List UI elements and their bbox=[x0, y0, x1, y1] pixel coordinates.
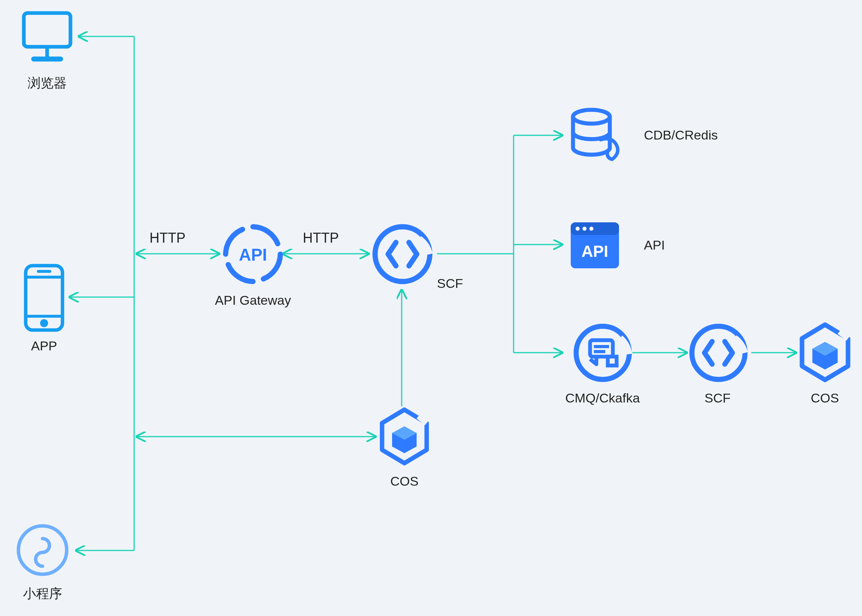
node-cdb bbox=[564, 105, 626, 166]
node-miniprogram: 小程序 bbox=[14, 521, 71, 603]
svg-text:API: API bbox=[239, 245, 267, 264]
svg-rect-15 bbox=[24, 13, 71, 47]
svg-point-21 bbox=[40, 319, 48, 327]
scf-icon bbox=[687, 321, 750, 384]
database-icon bbox=[566, 105, 624, 165]
node-miniprogram-label: 小程序 bbox=[14, 585, 71, 603]
node-cmq: CMQ/Ckafka bbox=[564, 321, 641, 406]
node-cos: COS bbox=[374, 406, 435, 489]
monitor-icon bbox=[16, 7, 78, 68]
node-api-gateway: API API Gateway bbox=[215, 222, 291, 308]
node-app-label: APP bbox=[19, 338, 69, 353]
api-gateway-icon: API bbox=[220, 222, 286, 287]
node-browser-label: 浏览器 bbox=[15, 74, 80, 92]
node-api-label: API bbox=[644, 238, 665, 253]
node-api: API bbox=[564, 217, 626, 276]
svg-text:API: API bbox=[581, 242, 608, 260]
connection-layer bbox=[0, 0, 862, 616]
node-scf bbox=[368, 222, 437, 288]
miniprogram-icon bbox=[14, 521, 71, 579]
node-scf2: SCF bbox=[687, 321, 748, 406]
node-cdb-label: CDB/CRedis bbox=[644, 128, 718, 143]
edge-http2-label: HTTP bbox=[303, 230, 339, 246]
node-cos-label: COS bbox=[374, 474, 435, 489]
node-cos2: COS bbox=[794, 321, 855, 406]
node-app: APP bbox=[19, 263, 69, 353]
svg-point-31 bbox=[589, 227, 594, 231]
node-api-gateway-label: API Gateway bbox=[215, 293, 291, 308]
cos-icon bbox=[795, 321, 855, 384]
scf-icon bbox=[370, 222, 435, 287]
node-browser: 浏览器 bbox=[15, 7, 80, 92]
svg-point-29 bbox=[576, 227, 580, 231]
node-cos2-label: COS bbox=[794, 391, 855, 406]
svg-point-37 bbox=[692, 326, 745, 379]
edge-http1-label: HTTP bbox=[149, 230, 186, 246]
node-scf-label: SCF bbox=[437, 276, 463, 291]
cos-icon bbox=[376, 406, 433, 468]
svg-point-26 bbox=[573, 110, 610, 124]
svg-point-25 bbox=[375, 227, 430, 282]
architecture-diagram: 浏览器 APP 小程序 API API Gateway bbox=[0, 0, 862, 616]
node-scf2-label: SCF bbox=[687, 391, 748, 406]
svg-rect-34 bbox=[590, 340, 612, 357]
mobile-icon bbox=[21, 263, 67, 332]
svg-point-30 bbox=[583, 227, 587, 231]
api-window-icon: API bbox=[566, 217, 624, 274]
message-queue-icon bbox=[571, 321, 634, 384]
node-cmq-label: CMQ/Ckafka bbox=[564, 391, 641, 406]
